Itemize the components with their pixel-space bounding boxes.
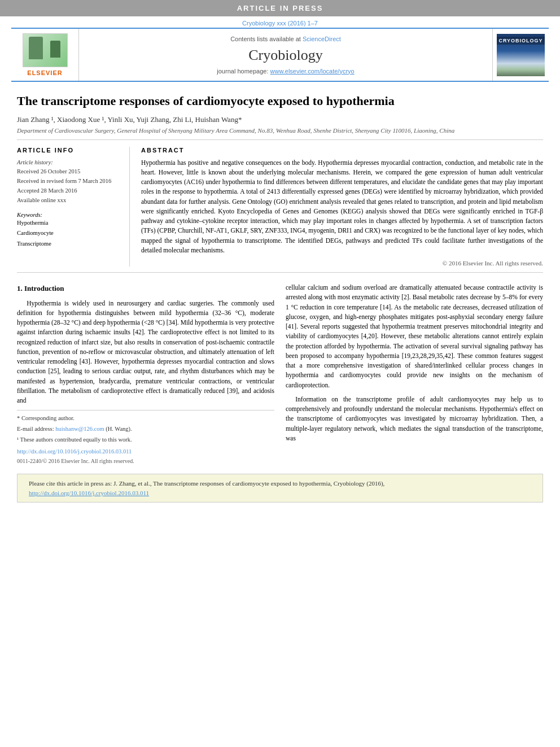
elsevier-logo: ELSEVIER [23, 33, 68, 76]
journal-header: ELSEVIER Contents lists available at Sci… [11, 28, 549, 82]
article-content: The transcriptome responses of cardiomyo… [0, 82, 560, 747]
citation-doi-link[interactable]: http://dx.doi.org/10.1016/j.cryobiol.201… [29, 490, 149, 496]
doi-link[interactable]: http://dx.doi.org/10.1016/j.cryobiol.201… [17, 448, 132, 455]
affiliation: Department of Cardiovascular Surgery, Ge… [17, 127, 543, 134]
elsevier-logo-image [23, 33, 68, 67]
keyword-2: Cardiomyocyte [17, 228, 121, 239]
keywords-list: Hypothermia Cardiomyocyte Transcriptome [17, 218, 121, 250]
intro-heading: 1. Introduction [17, 283, 274, 294]
email-suffix: (H. Wang). [106, 426, 132, 432]
col2-para2: Information on the transcriptome profile… [286, 395, 543, 443]
body-column-right: cellular calcium and sodium overload are… [286, 283, 543, 465]
sciencedirect-link[interactable]: ScienceDirect [303, 36, 341, 42]
authors-line: Jian Zhang ¹, Xiaodong Xue ¹, Yinli Xu, … [17, 115, 543, 124]
banner-text: ARTICLE IN PRESS [237, 4, 323, 12]
keyword-3: Transcriptome [17, 239, 121, 250]
footnotes-area: * Corresponding author. E-mail address: … [17, 410, 274, 444]
received-date: Received 26 October 2015 [17, 167, 121, 177]
keyword-1: Hypothermia [17, 218, 121, 229]
article-info-column: ARTICLE INFO Article history: Received 2… [17, 147, 130, 267]
article-title: The transcriptome responses of cardiomyo… [17, 93, 543, 110]
article-title-section: The transcriptome responses of cardiomyo… [17, 82, 543, 140]
journal-homepage: journal homepage: www.elsevier.com/locat… [217, 68, 354, 75]
homepage-url[interactable]: www.elsevier.com/locate/ycryo [270, 68, 355, 75]
abstract-copyright: © 2016 Elsevier Inc. All rights reserved… [141, 260, 543, 267]
page: ARTICLE IN PRESS Cryobiology xxx (2016) … [0, 0, 560, 747]
cryobiology-logo-area: CRYOBIOLOGY [492, 29, 549, 81]
doi-line: http://dx.doi.org/10.1016/j.cryobiol.201… [17, 447, 274, 456]
corresponding-note: * Corresponding author. [17, 414, 274, 423]
journal-citation: Cryobiology xxx (2016) 1–7 [242, 20, 318, 27]
journal-title-area: Contents lists available at ScienceDirec… [79, 29, 492, 81]
article-in-press-banner: ARTICLE IN PRESS [0, 0, 560, 16]
abstract-column: ABSTRACT Hypothermia has positive and ne… [130, 147, 543, 267]
authors: Jian Zhang ¹, Xiaodong Xue ¹, Yinli Xu, … [17, 115, 242, 124]
history-label: Article history: [17, 159, 53, 165]
cryobiology-logo: CRYOBIOLOGY [497, 34, 545, 76]
article-body: ARTICLE INFO Article history: Received 2… [17, 147, 543, 273]
intro-para1: Hypothermia is widely used in neurosurge… [17, 299, 274, 406]
body-column-left: 1. Introduction Hypothermia is widely us… [17, 283, 274, 465]
homepage-prefix: journal homepage: [217, 68, 268, 75]
copyright-footer: 0011-2240/© 2016 Elsevier Inc. All right… [17, 457, 274, 465]
email-label: E-mail address: [17, 426, 54, 432]
abstract-text: Hypothermia has positive and negative co… [141, 158, 543, 256]
main-body: 1. Introduction Hypothermia is widely us… [17, 283, 543, 465]
article-history: Article history: Received 26 October 201… [17, 158, 121, 206]
accepted-date: Accepted 28 March 2016 [17, 186, 121, 196]
cryo-logo-text: CRYOBIOLOGY [497, 37, 545, 45]
revised-date: Received in revised form 7 March 2016 [17, 177, 121, 186]
email-link[interactable]: huishanw@126.com [55, 426, 104, 432]
available-date: Available online xxx [17, 196, 121, 206]
keywords-label: Keywords: [17, 212, 42, 218]
citation-line1: Please cite this article in press as: J.… [29, 480, 384, 487]
journal-info-bar: Cryobiology xxx (2016) 1–7 [0, 16, 560, 28]
abstract-heading: ABSTRACT [141, 147, 543, 154]
equal-contrib-note: ¹ These authors contributed equally to t… [17, 435, 274, 444]
citation-bar: Please cite this article in press as: J.… [17, 474, 543, 503]
contents-text: Contents lists available at [230, 36, 301, 42]
contents-line: Contents lists available at ScienceDirec… [230, 36, 341, 42]
article-info-heading: ARTICLE INFO [17, 147, 121, 154]
journal-title: Cryobiology [248, 47, 322, 64]
elsevier-label: ELSEVIER [27, 69, 62, 76]
elsevier-logo-area: ELSEVIER [11, 29, 79, 81]
keywords-section: Keywords: Hypothermia Cardiomyocyte Tran… [17, 211, 121, 250]
email-note: E-mail address: huishanw@126.com (H. Wan… [17, 425, 274, 434]
col2-para1: cellular calcium and sodium overload are… [286, 283, 543, 390]
